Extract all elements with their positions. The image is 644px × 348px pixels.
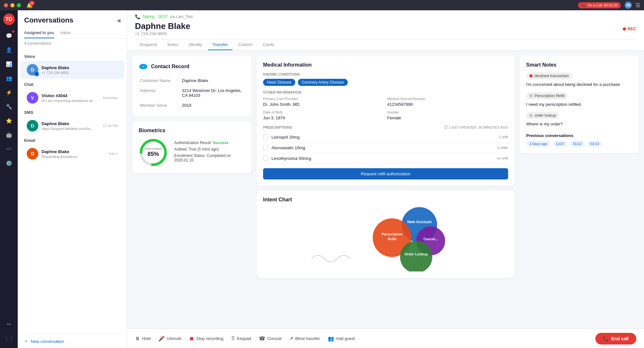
conv-item-daphne-sms[interactable]: D Daphne Blake https://support.talkdesk.… (20, 117, 124, 135)
biometrics-title: Biometrics (139, 128, 245, 133)
known-conditions-label: KNOWN CONDITIONS (263, 72, 508, 76)
rx-row-levothyroxina: Levothyroxina 50mcg no refill (263, 153, 508, 164)
rx-checkbox[interactable] (263, 156, 268, 161)
rx-refills: 3 refills (497, 146, 508, 150)
customer-name-value: Daphne Blake (181, 76, 245, 86)
conv-item-daphne-email[interactable]: D Daphne Blake Requesting Assistance Feb… (20, 145, 124, 163)
stop-recording-label: Stop recording (196, 336, 223, 341)
notification-count: 23 (29, 1, 34, 6)
rx-name: Levothyroxina 50mcg (271, 156, 497, 161)
tab-inbox[interactable]: Inbox (61, 28, 71, 38)
blind-transfer-label: Blind transfer (295, 336, 320, 341)
prescriptions-list: Lisinopril 20mg 1 refill Atorvastatin 10… (263, 132, 508, 164)
smart-notes-title: Smart Notes (526, 62, 632, 68)
sidebar-item-grid[interactable]: ⋮⋮ (3, 333, 15, 345)
new-conversation-button[interactable]: ＋ New conversation (18, 334, 127, 348)
rx-row-atorvastatin: Atorvastatin 10mg 3 refills (263, 142, 508, 153)
sidebar-item-ai[interactable]: 🤖 (3, 129, 15, 141)
menu-icon[interactable]: ☰ (636, 2, 640, 8)
conv-name: Daphne Blake (42, 65, 118, 70)
table-row: Address 3214 Westover Dr. Los Angeles, C… (139, 86, 245, 100)
tab-assigned-to-you[interactable]: Assigned to you (24, 28, 54, 38)
smart-note-order: order lookup Where is my order? (526, 112, 632, 127)
conv-info-daphne-email: Daphne Blake Requesting Assistance (42, 149, 106, 159)
sidebar-item-developer[interactable]: </> (3, 143, 15, 155)
gender-label: Gender (387, 110, 508, 114)
mrn-value: #1234567890 (387, 102, 413, 107)
app-logo: TD (3, 14, 15, 25)
sidebar-item-contacts[interactable]: 👤 (3, 44, 15, 56)
prev-conv-0113[interactable]: 01/13 (587, 141, 602, 147)
end-call-button[interactable]: 📞 End call (595, 333, 636, 344)
conv-preview: https://support.talkdesk.com/hc... (42, 127, 99, 131)
rx-row-lisinopril: Lisinopril 20mg 1 refill (263, 132, 508, 142)
voice-channel-icon: 📞 (34, 72, 39, 76)
primary-care-field: Primary Care Provider Dr. John Smith, MD (263, 97, 384, 107)
unmute-button[interactable]: 🎤✕ Unmute (158, 335, 182, 342)
minimize-dot[interactable] (10, 3, 14, 7)
sidebar-item-teams[interactable]: 👥 (3, 72, 15, 84)
svg-text:Order Lookup: Order Lookup (404, 252, 428, 256)
section-email: Email (18, 135, 127, 144)
tab-transfer[interactable]: Transfer (208, 40, 232, 50)
notification-bell-icon[interactable]: 🔔 23 (26, 2, 33, 8)
conv-item-daphne-blake-voice[interactable]: D 📞 Daphne Blake +1 724-234-9650 (20, 61, 124, 79)
user-avatar[interactable]: JM (625, 2, 632, 9)
table-row: Customer Name Daphne Blake (139, 76, 245, 86)
tab-snapshot[interactable]: Snapshot (135, 40, 162, 50)
salesforce-logo-icon: sf (139, 62, 148, 71)
collapse-sidebar-button[interactable]: ◀ (117, 17, 120, 23)
prev-conv-2days[interactable]: 2 Days ago (526, 141, 551, 147)
stop-recording-button[interactable]: ⏹ Stop recording (189, 336, 223, 342)
window-controls[interactable]: 🔔 23 (4, 2, 33, 8)
sidebar-item-more[interactable]: ••• (3, 318, 15, 331)
sidebar-item-quality[interactable]: ⭐ (3, 114, 15, 127)
icon-sidebar: TD 💬 👤 📊 👥 ⚡ 🔧 ⭐ 🤖 </> ⚙️ ••• ⋮⋮ (0, 10, 18, 348)
panels-area: sf Contact Record Customer Name Daphne B… (127, 50, 644, 329)
sidebar-item-reports[interactable]: 📊 (3, 58, 15, 70)
call-via: via Lars_Test (170, 14, 193, 19)
consult-label: Consult (267, 336, 281, 341)
request-refill-button[interactable]: Request refill authorization (263, 168, 508, 179)
prev-conv-0112[interactable]: 01/12 (570, 141, 585, 147)
auth-result: Authentication Result: Success (174, 141, 245, 145)
conversations-title: Conversations (24, 16, 73, 24)
tab-custom[interactable]: Custom (234, 40, 257, 50)
rx-checkbox[interactable] (263, 134, 268, 140)
gray-dot-icon (529, 94, 533, 97)
rx-checkbox[interactable] (263, 145, 268, 150)
close-dot[interactable] (4, 3, 8, 7)
sidebar-item-settings[interactable]: ⚙️ (3, 157, 15, 169)
keypad-button[interactable]: ⠿ Keypad (231, 335, 251, 342)
address-value: 3214 Westover Dr. Los Angeles, CA 94103 (181, 86, 245, 100)
mrn-label: Medical Record Number (387, 97, 508, 101)
add-guest-button[interactable]: 👥 Add guest (328, 335, 355, 342)
conv-item-visitor-3044[interactable]: V Visitor #3044 Hi I am requesting assis… (20, 89, 124, 107)
conversations-count: 4 conversations (18, 39, 127, 48)
panel-right: Smart Notes declined transaction I'm con… (520, 56, 639, 324)
hold-button[interactable]: ⏸ Hold (135, 336, 151, 342)
add-guest-label: Add guest (336, 336, 355, 341)
sidebar-item-conversations[interactable]: 💬 (3, 30, 15, 42)
rx-refills: 1 refill (499, 135, 508, 139)
keypad-icon: ⠿ (231, 335, 235, 342)
bottom-actions: ⏸ Hold 🎤✕ Unmute ⏹ Stop recording ⠿ Keyp… (135, 335, 355, 342)
avatar-daphne-sms: D (27, 120, 38, 132)
prev-conv-1227[interactable]: 12/27 (553, 141, 568, 147)
address-label: Address (139, 86, 181, 100)
contact-record-title: Contact Record (151, 64, 189, 69)
other-info-grid: Primary Care Provider Dr. John Smith, MD… (263, 97, 508, 121)
condition-heart-disease: Heart Disease (263, 79, 295, 86)
sidebar-item-automations[interactable]: 🔧 (3, 100, 15, 113)
rec-dot-icon (623, 27, 626, 31)
blind-transfer-button[interactable]: ↗ Blind transfer (289, 335, 320, 342)
tab-identity[interactable]: Identity (184, 40, 207, 50)
conversations-header: Conversations ◀ (18, 10, 127, 28)
svg-text:Refill: Refill (388, 237, 396, 241)
tab-cards[interactable]: Cards (259, 40, 279, 50)
sidebar-item-routing[interactable]: ⚡ (3, 86, 15, 98)
consult-button[interactable]: ☎ Consult (259, 335, 281, 342)
maximize-dot[interactable] (17, 3, 21, 7)
tab-notes[interactable]: Notes (163, 40, 183, 50)
end-call-label: End call (611, 336, 629, 341)
